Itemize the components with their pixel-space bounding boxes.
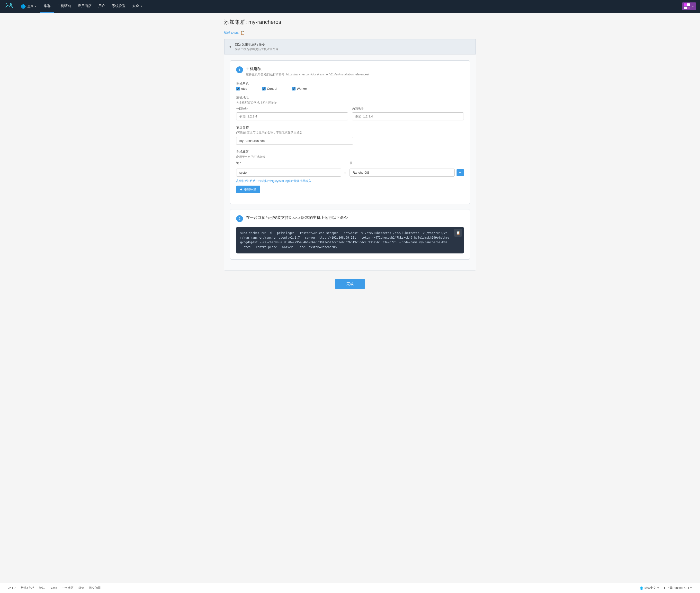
role-control[interactable]: Control	[262, 87, 277, 90]
footer-chinese-community[interactable]: 中文社区	[62, 586, 73, 590]
step1-section: 1 主机选项 选择主机角色,端口放行请参考: https://rancher.c…	[230, 60, 470, 204]
section-body: 1 主机选项 选择主机角色,端口放行请参考: https://rancher.c…	[224, 54, 476, 270]
avatar-icon	[684, 3, 690, 9]
host-role-section: 主机角色 etcd Control Worker	[236, 81, 464, 90]
host-addr-section: 主机地址 为主机配置公网地址和内网地址 公网地址 内网地址	[236, 95, 464, 120]
logo[interactable]	[4, 2, 14, 10]
step1-desc: 选择主机角色,端口放行请参考: https://rancher.com/docs…	[246, 73, 464, 77]
control-checkbox[interactable]	[262, 87, 266, 90]
security-chevron-icon: ▼	[140, 5, 143, 7]
nav-item-host-driver[interactable]: 主机驱动	[54, 0, 74, 13]
public-addr-input[interactable]	[236, 112, 348, 120]
host-tag-sublabel: 应用于节点的可选标签	[236, 155, 464, 159]
tag-equals-icon: =	[343, 170, 347, 175]
step2-title: 在一台或多台已安装支持Docker版本的主机上运行以下命令	[246, 215, 464, 221]
tag-val-label: 值	[350, 161, 451, 165]
step2-section: 2 在一台或多台已安装支持Docker版本的主机上运行以下命令 sudo doc…	[230, 209, 470, 260]
page-content: 添加集群: my-rancheros 编辑YAML 📋 ▼ 自定义主机运行命令 …	[216, 13, 484, 583]
edit-yaml-link[interactable]: 编辑YAML	[224, 31, 239, 35]
node-name-section: 节点名称 (可选)自定义节点显示的名称，不显示实际的主机名	[236, 125, 464, 145]
remove-tag-button[interactable]: −	[457, 169, 464, 176]
footer-wechat[interactable]: 微信	[78, 586, 84, 590]
tag-key-input[interactable]	[236, 168, 341, 176]
plus-icon: +	[240, 187, 242, 192]
complete-bar: 完成	[224, 275, 476, 294]
tag-row: = −	[236, 168, 464, 176]
svg-point-1	[7, 5, 8, 6]
download-cli-button[interactable]: ⬇ 下载Rancher CLI ▼	[663, 586, 692, 590]
copy-command-button[interactable]: 📋	[454, 229, 462, 237]
internal-addr-input[interactable]	[352, 112, 464, 120]
copy-icon: 📋	[456, 231, 460, 235]
step2-header: 2 在一台或多台已安装支持Docker版本的主机上运行以下命令	[236, 215, 464, 222]
command-text: sudo docker run -d --privileged --restar…	[240, 231, 460, 249]
nav-item-settings[interactable]: 系统设置	[109, 0, 129, 13]
scope-selector[interactable]: 🌐 全局 ▼	[18, 3, 39, 10]
avatar-chevron-icon: ▼	[692, 5, 694, 8]
role-etcd[interactable]: etcd	[236, 87, 247, 90]
tag-key-label: 键 *	[236, 161, 337, 165]
tip-text: 高级技巧: 粘贴一行或多行的{key=value}值对能够批量输入。	[236, 179, 464, 183]
yaml-copy-icon[interactable]: 📋	[240, 31, 245, 35]
step1-header: 1 主机选项 选择主机角色,端口放行请参考: https://rancher.c…	[236, 67, 464, 77]
section-header: ▼ 自定义主机运行命令 编辑主机选项将更新主机注册命令	[224, 39, 476, 54]
host-tag-section: 主机标签 应用于节点的可选标签 键 * 值 =	[236, 150, 464, 193]
step1-badge: 1	[236, 67, 243, 73]
footer-submit-issue[interactable]: 提交问题	[89, 586, 101, 590]
cli-chevron-icon: ▼	[690, 587, 692, 589]
nav-item-app-store[interactable]: 应用商店	[74, 0, 95, 13]
host-tag-label: 主机标签	[236, 150, 464, 154]
command-block: sudo docker run -d --privileged --restar…	[236, 227, 464, 253]
footer-slack[interactable]: Slack	[50, 586, 57, 590]
user-avatar-button[interactable]: ▼	[682, 2, 696, 10]
section-title: 自定义主机运行命令	[235, 42, 278, 47]
globe-icon: 🌐	[21, 4, 26, 9]
edit-yaml-bar: 编辑YAML 📋	[224, 31, 476, 35]
footer: v2.1.7 帮助&文档 论坛 Slack 中文社区 微信 提交问题 🌐 简体中…	[0, 583, 700, 593]
download-icon: ⬇	[663, 586, 666, 590]
nav-item-users[interactable]: 用户	[95, 0, 109, 13]
node-name-input[interactable]	[236, 137, 353, 145]
tag-val-input[interactable]	[350, 168, 455, 176]
language-selector[interactable]: 🌐 简体中文 ▼	[640, 586, 659, 590]
node-name-label: 节点名称	[236, 125, 464, 130]
page-title: 添加集群: my-rancheros	[224, 18, 476, 26]
nav-item-cluster[interactable]: 集群	[40, 0, 54, 13]
footer-help[interactable]: 帮助&文档	[21, 586, 34, 590]
complete-button[interactable]: 完成	[335, 279, 365, 289]
svg-point-2	[10, 5, 12, 6]
main-nav: 集群 主机驱动 应用商店 用户 系统设置 安全 ▼	[40, 0, 682, 13]
globe-icon-small: 🌐	[640, 586, 643, 590]
host-role-label: 主机角色	[236, 81, 464, 86]
role-row: etcd Control Worker	[236, 87, 464, 90]
host-addr-sublabel: 为主机配置公网地址和内网地址	[236, 101, 464, 105]
public-addr-label: 公网地址	[236, 107, 348, 111]
lang-chevron-icon: ▼	[657, 587, 659, 589]
navbar-right: ▼	[682, 2, 696, 10]
step2-badge: 2	[236, 215, 243, 222]
worker-checkbox[interactable]	[292, 87, 296, 90]
add-tag-button[interactable]: + 添加标签	[236, 186, 260, 193]
nav-item-security[interactable]: 安全 ▼	[129, 0, 146, 13]
footer-version: v2.1.7	[8, 586, 16, 590]
section-subtitle: 编辑主机选项将更新主机注册命令	[235, 47, 278, 51]
internal-addr-label: 内网地址	[352, 107, 464, 111]
scope-chevron-icon: ▼	[35, 5, 37, 8]
host-addr-label: 主机地址	[236, 95, 464, 100]
step1-title: 主机选项	[246, 67, 464, 72]
section-toggle-icon[interactable]: ▼	[228, 45, 232, 49]
role-worker[interactable]: Worker	[292, 87, 307, 90]
etcd-checkbox[interactable]	[236, 87, 240, 90]
node-name-sublabel: (可选)自定义节点显示的名称，不显示实际的主机名	[236, 131, 464, 135]
scope-label: 全局	[27, 4, 34, 8]
custom-command-section: ▼ 自定义主机运行命令 编辑主机选项将更新主机注册命令 1 主机选项 选择主机角…	[224, 39, 476, 271]
footer-forum[interactable]: 论坛	[39, 586, 45, 590]
navbar: 🌐 全局 ▼ 集群 主机驱动 应用商店 用户 系统设置 安全 ▼	[0, 0, 700, 13]
